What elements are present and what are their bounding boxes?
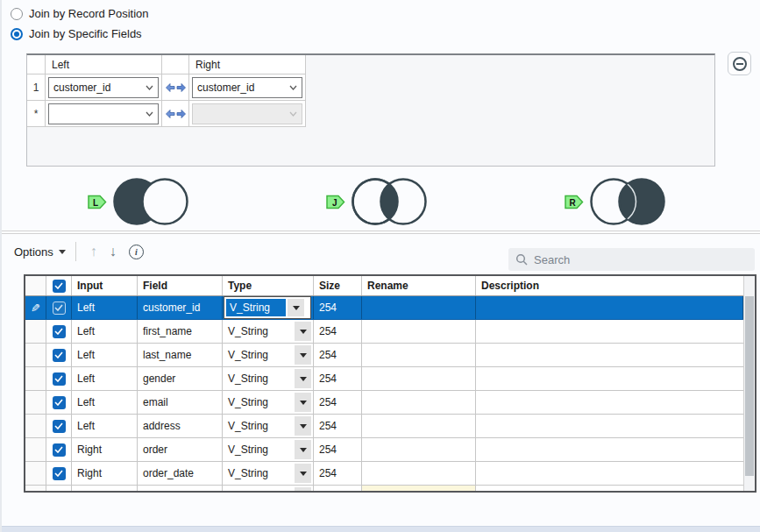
cell-rename[interactable] [362, 462, 476, 485]
header-size[interactable]: Size [314, 276, 362, 295]
minus-circle-icon [733, 57, 747, 71]
cell-rename[interactable] [362, 320, 476, 343]
cell-description[interactable] [476, 344, 743, 366]
cell-description[interactable] [476, 391, 743, 414]
section-divider [2, 231, 760, 234]
row-checkbox[interactable] [53, 349, 66, 362]
move-down-button[interactable]: ↓ [103, 244, 123, 259]
options-toolbar: Options ↑ ↓ i [12, 240, 144, 263]
table-row[interactable]: LeftaddressV_String254 [25, 415, 743, 438]
search-icon [515, 253, 528, 266]
type-dropdown[interactable]: V_String [223, 344, 313, 366]
row-gutter[interactable] [25, 344, 46, 366]
row-gutter[interactable] [25, 391, 46, 414]
arrow-right-icon [176, 110, 186, 118]
swap-fields-control[interactable] [162, 74, 189, 101]
cell-input: Right [72, 438, 138, 461]
header-field[interactable]: Field [138, 276, 223, 295]
cell-rename[interactable] [362, 438, 476, 461]
radio-join-by-specific-fields[interactable]: Join by Specific Fields [11, 27, 142, 40]
cell-rename[interactable] [362, 344, 476, 366]
search-input[interactable] [534, 253, 748, 266]
dropdown-arrow-button[interactable] [295, 393, 311, 412]
row-gutter[interactable] [25, 415, 46, 437]
cell-description[interactable] [476, 415, 743, 437]
type-dropdown[interactable]: V_String [223, 391, 313, 414]
cell-description[interactable] [476, 367, 743, 390]
row-gutter[interactable] [25, 320, 46, 343]
vertical-scrollbar[interactable] [743, 276, 755, 491]
cell-description[interactable] [476, 462, 743, 485]
row-checkbox[interactable] [53, 301, 66, 315]
table-row[interactable]: Leftfirst_nameV_String254 [25, 320, 743, 344]
search-box[interactable] [508, 248, 755, 271]
right-output-indicator: R [565, 175, 667, 228]
cell-type: V_String [223, 344, 314, 366]
cell-rename[interactable] [362, 415, 476, 437]
left-field-dropdown-new[interactable] [48, 103, 159, 124]
row-checkbox[interactable] [53, 372, 66, 386]
dropdown-arrow-button[interactable] [295, 369, 311, 388]
table-row[interactable]: ✎Leftcustomer_idV_String254 [25, 296, 743, 320]
dropdown-arrow-button[interactable] [295, 416, 311, 436]
row-checkbox[interactable] [53, 420, 66, 433]
arrow-right-icon [176, 83, 186, 92]
dropdown-arrow-button[interactable] [288, 299, 304, 316]
type-dropdown[interactable]: V_String [223, 367, 313, 390]
type-dropdown[interactable]: V_String [223, 438, 313, 461]
radio-label: Join by Record Position [29, 7, 149, 20]
row-number: * [27, 101, 46, 127]
row-gutter[interactable] [25, 367, 46, 390]
row-gutter[interactable]: ✎ [25, 296, 46, 319]
swap-fields-control[interactable] [162, 101, 189, 127]
header-rename[interactable]: Rename [362, 276, 476, 295]
select-all-checkbox[interactable] [53, 280, 66, 293]
bottom-resize-bar [2, 526, 760, 532]
header-input[interactable]: Input [72, 276, 138, 295]
cell-description[interactable] [476, 320, 743, 343]
options-menu-button[interactable]: Options [12, 243, 71, 261]
cell-description[interactable] [476, 438, 743, 461]
dropdown-arrow-button[interactable] [295, 440, 311, 459]
type-dropdown[interactable]: V_String [223, 415, 313, 437]
row-gutter[interactable] [25, 438, 46, 461]
table-row[interactable]: Rightorder_dateV_String254 [25, 462, 743, 486]
cell-field: last_name [138, 344, 223, 366]
table-row[interactable]: Leftlast_nameV_String254 [25, 344, 743, 367]
table-row[interactable]: RightorderV_String254 [25, 438, 743, 462]
type-dropdown[interactable]: V_String [224, 296, 311, 319]
info-icon[interactable]: i [129, 245, 144, 259]
row-checkbox[interactable] [53, 396, 66, 409]
move-up-button[interactable]: ↑ [84, 244, 103, 259]
right-field-dropdown[interactable]: customer_id [192, 77, 302, 98]
cell-description[interactable] [476, 296, 743, 319]
dropdown-arrow-button[interactable] [295, 322, 311, 341]
cell-rename[interactable] [362, 296, 476, 319]
header-type[interactable]: Type [223, 276, 314, 295]
row-gutter[interactable] [25, 462, 46, 485]
dropdown-arrow-button[interactable] [295, 464, 311, 483]
left-output-indicator: L [88, 175, 190, 228]
row-checkbox[interactable] [53, 467, 66, 480]
type-dropdown[interactable]: V_String [223, 320, 313, 343]
scrollbar-thumb[interactable] [745, 296, 754, 476]
radio-on-icon[interactable] [11, 28, 23, 40]
left-field-dropdown[interactable]: customer_id [48, 77, 159, 98]
row-checkbox[interactable] [53, 325, 66, 338]
radio-join-by-record-position[interactable]: Join by Record Position [11, 7, 149, 20]
cell-rename[interactable] [362, 391, 476, 414]
cell-rename[interactable] [362, 367, 476, 390]
row-checkbox[interactable] [53, 443, 66, 457]
arrows-column-header [162, 55, 189, 74]
cell-field: order [138, 438, 223, 461]
dropdown-arrow-button[interactable] [295, 345, 311, 365]
type-dropdown[interactable]: V_String [223, 462, 313, 485]
cell-type: V_String [223, 415, 314, 437]
table-row[interactable]: LeftemailV_String254 [25, 391, 743, 415]
header-description[interactable]: Description [476, 276, 743, 295]
radio-off-icon[interactable] [11, 8, 23, 20]
cell-size: 254 [314, 344, 362, 366]
remove-join-row-button[interactable] [728, 52, 751, 75]
field-configuration-table: Input Field Type Size Rename Description… [24, 274, 756, 493]
table-row[interactable]: LeftgenderV_String254 [25, 367, 743, 391]
